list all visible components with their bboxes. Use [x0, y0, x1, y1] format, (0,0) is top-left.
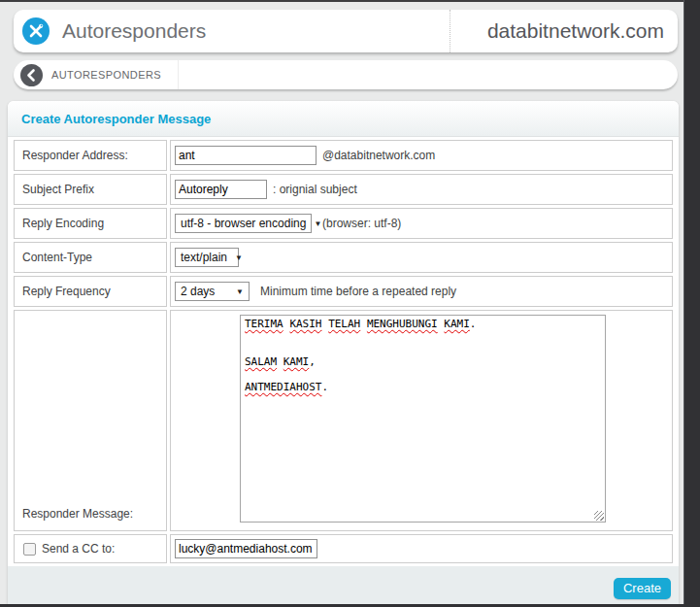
content-type-label: Content-Type: [22, 251, 92, 264]
create-button[interactable]: Create: [614, 578, 671, 599]
subject-prefix-input[interactable]: [175, 180, 267, 199]
row-content-type: Content-Type text/plain ▼: [14, 242, 673, 273]
send-cc-label-cell: Send a CC to:: [14, 534, 167, 563]
window-frame-right: [683, 0, 700, 607]
reply-frequency-field-cell: 2 days ▼ Minimum time before a repeated …: [170, 276, 673, 307]
reply-encoding-selected-value: utf-8 - browser encoding: [181, 217, 306, 230]
subject-prefix-suffix: : orignial subject: [273, 183, 357, 196]
window-frame-top: [0, 0, 700, 2]
subject-prefix-label-cell: Subject Prefix: [14, 174, 167, 205]
browser-encoding-note: (browser: utf-8): [322, 217, 401, 230]
panel-title: Create Autoresponder Message: [21, 112, 211, 126]
create-autoresponder-panel: Create Autoresponder Message Responder A…: [8, 101, 679, 604]
dropdown-arrow-icon: ▼: [314, 219, 321, 228]
page-header: Autoresponders databitnetwork.com: [14, 10, 678, 52]
row-send-cc: Send a CC to:: [14, 534, 673, 563]
send-cc-field-cell: [170, 534, 673, 563]
responder-address-domain-suffix: @databitnetwork.com: [322, 149, 435, 162]
breadcrumb-label[interactable]: AUTORESPONDERS: [51, 69, 161, 81]
subject-prefix-label: Subject Prefix: [22, 183, 94, 196]
responder-message-textarea[interactable]: TERIMA KASIH TELAH MENGHUBUNGI KAMI.SALA…: [240, 315, 606, 523]
account-domain: databitnetwork.com: [450, 10, 678, 52]
responder-address-input[interactable]: [175, 146, 317, 165]
reply-encoding-field-cell: utf-8 - browser encoding ▼ (browser: utf…: [170, 208, 673, 239]
reply-encoding-select[interactable]: utf-8 - browser encoding ▼: [175, 214, 312, 233]
content-type-label-cell: Content-Type: [14, 242, 167, 273]
responder-message-label-cell: Responder Message:: [14, 310, 167, 531]
responder-address-label-cell: Responder Address:: [14, 140, 167, 171]
send-cc-label: Send a CC to:: [42, 542, 115, 556]
responder-message-label: Responder Message:: [22, 507, 133, 521]
responder-address-field-cell: @databitnetwork.com: [170, 140, 673, 171]
row-reply-frequency: Reply Frequency 2 days ▼ Minimum time be…: [14, 276, 673, 307]
reply-encoding-label: Reply Encoding: [22, 217, 104, 230]
crossed-tools-icon: [22, 17, 50, 45]
breadcrumb-divider: [178, 60, 179, 89]
responder-address-label: Responder Address:: [22, 149, 128, 162]
breadcrumb: AUTORESPONDERS: [14, 60, 678, 89]
reply-frequency-select[interactable]: 2 days ▼: [175, 282, 250, 301]
reply-frequency-selected-value: 2 days: [181, 285, 228, 298]
back-chevron-icon[interactable]: [20, 64, 43, 86]
send-cc-input[interactable]: [175, 539, 317, 558]
row-responder-address: Responder Address: @databitnetwork.com: [14, 140, 673, 171]
row-responder-message: Responder Message: TERIMA KASIH TELAH ME…: [14, 310, 673, 531]
dropdown-arrow-icon: ▼: [235, 253, 243, 262]
send-cc-checkbox[interactable]: [23, 543, 36, 556]
reply-encoding-label-cell: Reply Encoding: [14, 208, 167, 239]
reply-frequency-label-cell: Reply Frequency: [14, 276, 167, 307]
content-type-selected-value: text/plain: [181, 251, 227, 264]
content-type-field-cell: text/plain ▼: [170, 242, 673, 273]
header-left: Autoresponders: [14, 10, 450, 52]
reply-frequency-note: Minimum time before a repeated reply: [260, 285, 456, 298]
panel-header: Create Autoresponder Message: [8, 101, 679, 137]
responder-message-field-cell: TERIMA KASIH TELAH MENGHUBUNGI KAMI.SALA…: [170, 310, 673, 531]
textarea-resize-grip-icon[interactable]: [594, 511, 604, 521]
row-reply-encoding: Reply Encoding utf-8 - browser encoding …: [14, 208, 673, 239]
reply-frequency-label: Reply Frequency: [22, 285, 111, 298]
autoresponder-form: Responder Address: @databitnetwork.com S…: [8, 137, 679, 563]
subject-prefix-field-cell: : orignial subject: [170, 174, 673, 205]
row-subject-prefix: Subject Prefix : orignial subject: [14, 174, 673, 205]
content-type-select[interactable]: text/plain ▼: [175, 248, 239, 267]
page-title: Autoresponders: [62, 19, 206, 43]
dropdown-arrow-icon: ▼: [236, 287, 244, 296]
panel-footer: Create: [8, 566, 679, 604]
autoresponders-page: Autoresponders databitnetwork.com AUTORE…: [0, 0, 700, 607]
